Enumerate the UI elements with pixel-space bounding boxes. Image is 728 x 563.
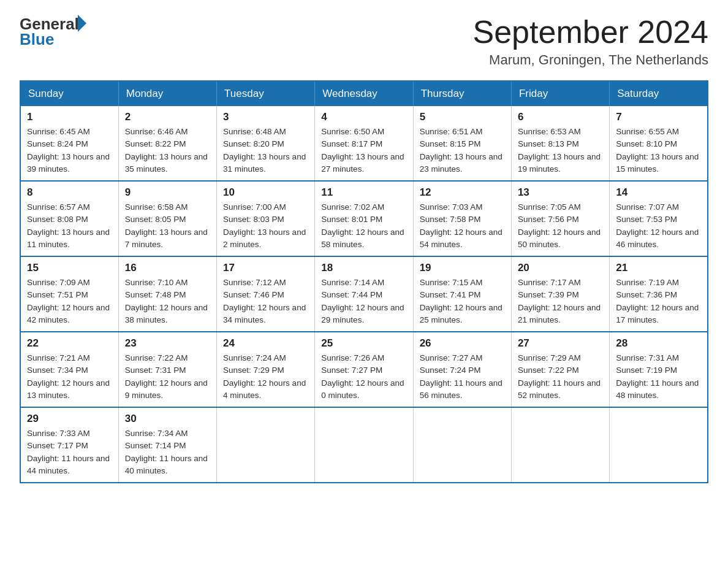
day-number: 27 [518, 337, 603, 350]
month-title: September 2024 [473, 15, 709, 50]
day-info: Sunrise: 7:03 AMSunset: 7:58 PMDaylight:… [420, 202, 502, 249]
day-info: Sunrise: 6:58 AMSunset: 8:05 PMDaylight:… [125, 202, 208, 249]
day-info: Sunrise: 7:34 AMSunset: 7:14 PMDaylight:… [125, 429, 208, 475]
calendar-cell: 19 Sunrise: 7:15 AMSunset: 7:41 PMDaylig… [413, 256, 511, 332]
calendar-cell: 15 Sunrise: 7:09 AMSunset: 7:51 PMDaylig… [20, 256, 118, 332]
day-info: Sunrise: 6:53 AMSunset: 8:13 PMDaylight:… [518, 127, 601, 174]
calendar-cell: 30 Sunrise: 7:34 AMSunset: 7:14 PMDaylig… [118, 407, 216, 483]
day-number: 15 [27, 262, 112, 274]
calendar-cell: 10 Sunrise: 7:00 AMSunset: 8:03 PMDaylig… [217, 181, 315, 256]
col-header-friday: Friday [511, 81, 609, 106]
day-number: 24 [223, 337, 308, 350]
day-number: 10 [223, 186, 308, 199]
day-info: Sunrise: 7:33 AMSunset: 7:17 PMDaylight:… [27, 429, 110, 475]
day-info: Sunrise: 7:24 AMSunset: 7:29 PMDaylight:… [223, 353, 306, 400]
calendar-cell [413, 407, 511, 483]
title-section: September 2024 Marum, Groningen, The Net… [473, 15, 709, 68]
day-number: 7 [616, 111, 701, 123]
day-number: 29 [27, 413, 112, 425]
day-info: Sunrise: 7:31 AMSunset: 7:19 PMDaylight:… [616, 353, 699, 400]
calendar-cell: 7 Sunrise: 6:55 AMSunset: 8:10 PMDayligh… [610, 106, 708, 181]
calendar-cell: 29 Sunrise: 7:33 AMSunset: 7:17 PMDaylig… [20, 407, 118, 483]
col-header-sunday: Sunday [20, 81, 118, 106]
day-info: Sunrise: 6:57 AMSunset: 8:08 PMDaylight:… [27, 202, 110, 249]
calendar-cell: 8 Sunrise: 6:57 AMSunset: 8:08 PMDayligh… [20, 181, 118, 256]
day-number: 13 [518, 186, 603, 199]
day-info: Sunrise: 7:17 AMSunset: 7:39 PMDaylight:… [518, 278, 601, 324]
day-number: 3 [223, 111, 308, 123]
day-info: Sunrise: 6:51 AMSunset: 8:15 PMDaylight:… [420, 127, 502, 174]
calendar-cell: 13 Sunrise: 7:05 AMSunset: 7:56 PMDaylig… [511, 181, 609, 256]
calendar-cell: 12 Sunrise: 7:03 AMSunset: 7:58 PMDaylig… [413, 181, 511, 256]
day-info: Sunrise: 7:29 AMSunset: 7:22 PMDaylight:… [518, 353, 601, 400]
calendar-cell: 25 Sunrise: 7:26 AMSunset: 7:27 PMDaylig… [315, 332, 413, 407]
day-number: 21 [616, 262, 701, 274]
day-number: 5 [420, 111, 505, 123]
col-header-saturday: Saturday [610, 81, 708, 106]
day-info: Sunrise: 7:14 AMSunset: 7:44 PMDaylight:… [321, 278, 404, 324]
day-info: Sunrise: 7:07 AMSunset: 7:53 PMDaylight:… [616, 202, 699, 249]
calendar-cell: 23 Sunrise: 7:22 AMSunset: 7:31 PMDaylig… [118, 332, 216, 407]
day-number: 9 [125, 186, 210, 199]
calendar-cell [217, 407, 315, 483]
day-number: 23 [125, 337, 210, 350]
calendar-cell: 28 Sunrise: 7:31 AMSunset: 7:19 PMDaylig… [610, 332, 708, 407]
day-info: Sunrise: 7:02 AMSunset: 8:01 PMDaylight:… [321, 202, 404, 249]
day-number: 18 [321, 262, 406, 274]
day-info: Sunrise: 7:19 AMSunset: 7:36 PMDaylight:… [616, 278, 699, 324]
calendar-week-row: 8 Sunrise: 6:57 AMSunset: 8:08 PMDayligh… [20, 181, 708, 256]
day-info: Sunrise: 7:09 AMSunset: 7:51 PMDaylight:… [27, 278, 110, 324]
calendar-cell: 24 Sunrise: 7:24 AMSunset: 7:29 PMDaylig… [217, 332, 315, 407]
calendar-cell: 4 Sunrise: 6:50 AMSunset: 8:17 PMDayligh… [315, 106, 413, 181]
calendar-cell: 3 Sunrise: 6:48 AMSunset: 8:20 PMDayligh… [217, 106, 315, 181]
day-info: Sunrise: 6:50 AMSunset: 8:17 PMDaylight:… [321, 127, 404, 174]
calendar-cell: 17 Sunrise: 7:12 AMSunset: 7:46 PMDaylig… [217, 256, 315, 332]
day-number: 26 [420, 337, 505, 350]
day-number: 30 [125, 413, 210, 425]
calendar-cell: 2 Sunrise: 6:46 AMSunset: 8:22 PMDayligh… [118, 106, 216, 181]
calendar-cell: 9 Sunrise: 6:58 AMSunset: 8:05 PMDayligh… [118, 181, 216, 256]
logo-blue: Blue [20, 30, 86, 49]
calendar-cell: 26 Sunrise: 7:27 AMSunset: 7:24 PMDaylig… [413, 332, 511, 407]
day-number: 22 [27, 337, 112, 350]
day-number: 11 [321, 186, 406, 199]
day-info: Sunrise: 7:27 AMSunset: 7:24 PMDaylight:… [420, 353, 502, 400]
calendar-cell: 1 Sunrise: 6:45 AMSunset: 8:24 PMDayligh… [20, 106, 118, 181]
calendar-cell: 20 Sunrise: 7:17 AMSunset: 7:39 PMDaylig… [511, 256, 609, 332]
day-info: Sunrise: 6:55 AMSunset: 8:10 PMDaylight:… [616, 127, 699, 174]
day-info: Sunrise: 7:15 AMSunset: 7:41 PMDaylight:… [420, 278, 502, 324]
calendar-header-row: SundayMondayTuesdayWednesdayThursdayFrid… [20, 81, 708, 106]
col-header-monday: Monday [118, 81, 216, 106]
logo-arrow-icon [78, 15, 86, 32]
day-info: Sunrise: 7:10 AMSunset: 7:48 PMDaylight:… [125, 278, 208, 324]
day-info: Sunrise: 7:21 AMSunset: 7:34 PMDaylight:… [27, 353, 110, 400]
day-info: Sunrise: 6:46 AMSunset: 8:22 PMDaylight:… [125, 127, 208, 174]
calendar-week-row: 1 Sunrise: 6:45 AMSunset: 8:24 PMDayligh… [20, 106, 708, 181]
day-number: 14 [616, 186, 701, 199]
day-number: 1 [27, 111, 112, 123]
day-number: 25 [321, 337, 406, 350]
day-number: 20 [518, 262, 603, 274]
col-header-wednesday: Wednesday [315, 81, 413, 106]
col-header-tuesday: Tuesday [217, 81, 315, 106]
calendar-week-row: 29 Sunrise: 7:33 AMSunset: 7:17 PMDaylig… [20, 407, 708, 483]
calendar-table: SundayMondayTuesdayWednesdayThursdayFrid… [20, 80, 708, 483]
day-info: Sunrise: 7:00 AMSunset: 8:03 PMDaylight:… [223, 202, 306, 249]
calendar-cell: 16 Sunrise: 7:10 AMSunset: 7:48 PMDaylig… [118, 256, 216, 332]
calendar-cell: 27 Sunrise: 7:29 AMSunset: 7:22 PMDaylig… [511, 332, 609, 407]
calendar-cell: 18 Sunrise: 7:14 AMSunset: 7:44 PMDaylig… [315, 256, 413, 332]
location-subtitle: Marum, Groningen, The Netherlands [473, 52, 709, 68]
page-header: General Blue September 2024 Marum, Groni… [20, 15, 708, 68]
day-info: Sunrise: 7:05 AMSunset: 7:56 PMDaylight:… [518, 202, 601, 249]
day-number: 19 [420, 262, 505, 274]
day-number: 28 [616, 337, 701, 350]
calendar-cell: 6 Sunrise: 6:53 AMSunset: 8:13 PMDayligh… [511, 106, 609, 181]
calendar-cell [315, 407, 413, 483]
day-number: 12 [420, 186, 505, 199]
calendar-week-row: 22 Sunrise: 7:21 AMSunset: 7:34 PMDaylig… [20, 332, 708, 407]
day-info: Sunrise: 6:48 AMSunset: 8:20 PMDaylight:… [223, 127, 306, 174]
day-number: 8 [27, 186, 112, 199]
calendar-cell: 14 Sunrise: 7:07 AMSunset: 7:53 PMDaylig… [610, 181, 708, 256]
calendar-cell [610, 407, 708, 483]
calendar-cell: 22 Sunrise: 7:21 AMSunset: 7:34 PMDaylig… [20, 332, 118, 407]
